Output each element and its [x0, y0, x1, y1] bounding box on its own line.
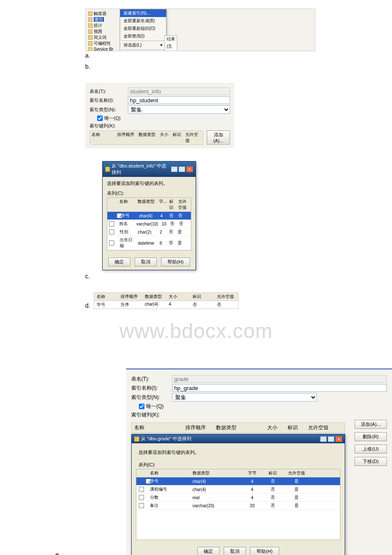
close-button[interactable]: ×: [186, 166, 193, 172]
add-button[interactable]: 添加(A)...: [207, 130, 230, 145]
cell: 4: [242, 486, 262, 493]
table-row[interactable]: 学号char(4)4否否: [107, 212, 191, 220]
row-checkbox[interactable]: [109, 221, 114, 226]
row-checkbox[interactable]: [139, 487, 144, 492]
row-checkbox[interactable]: [109, 240, 114, 246]
folder-icon: [88, 29, 92, 34]
indexname-field[interactable]: [128, 96, 230, 104]
ok-button[interactable]: 确定: [197, 547, 219, 555]
add-button[interactable]: 添加(A)...: [355, 420, 387, 429]
table-row[interactable]: 学号char(4)4否是: [136, 477, 340, 486]
indextype-label: 索引类型(N):: [89, 107, 128, 113]
ok-button[interactable]: 确定: [108, 257, 130, 266]
keycols-label: 索引键列(K):: [89, 123, 128, 129]
menu-reorg-all[interactable]: 全部重新组织(O): [120, 25, 166, 32]
cell: 性别: [118, 228, 136, 236]
grid-header: 名称 数据类型 字... 标识 允许空值: [107, 198, 191, 212]
tablename-field: [172, 375, 387, 383]
row-checkbox[interactable]: [139, 495, 144, 500]
indextype-label: 索引类型(N):: [131, 394, 172, 401]
folder-icon: [88, 12, 92, 16]
keycols-label: 索引键列(K):: [131, 411, 172, 419]
tablename-field: [128, 87, 230, 95]
row-checkbox[interactable]: [109, 229, 114, 234]
menu-rebuild-all[interactable]: 全部重新生成(B): [120, 17, 166, 25]
cell: 否: [168, 220, 177, 228]
keycols-header: 名称 排序顺序 数据类型 大小 标识 允许空值: [89, 130, 203, 145]
cell: 8: [158, 240, 167, 246]
indextype-select[interactable]: 聚集: [128, 105, 230, 114]
folder-icon: [88, 41, 92, 46]
cell: 20: [242, 503, 262, 509]
indexname-label: 索引名称(I):: [131, 384, 172, 392]
cell: varchar(10): [135, 221, 160, 227]
max-button[interactable]: □: [328, 436, 334, 442]
cell: 是: [283, 486, 310, 493]
table-row[interactable]: 姓名varchar(10)10否否: [107, 220, 191, 228]
indexname-field[interactable]: [172, 384, 387, 392]
dialog-instruction: 选择要添加到索引键的表列。: [138, 449, 340, 456]
table-row[interactable]: 课程编号char(4)4否是: [136, 486, 340, 494]
dialog-title: 从 "dbo.grade" 中选择列: [141, 436, 191, 442]
dialog-titlebar[interactable]: 从 "dbo.student_info" 中选择列 – □ ×: [103, 162, 196, 177]
cell: 出生日期: [118, 236, 136, 250]
cell: 分数: [148, 494, 191, 501]
table-row[interactable]: 出生日期datetime8否是: [107, 236, 191, 250]
dialog-icon: [105, 167, 110, 172]
caption-d: d.: [85, 302, 94, 309]
dialog-icon: [134, 436, 139, 442]
keycols-row[interactable]: 学号 升序 char(4) 4 否 否: [94, 301, 239, 309]
index-form-b: 表名(T): 索引名称(I): 索引类型(N): 聚集 唯一(Q) 索引键列(K…: [85, 83, 234, 148]
menu-filter[interactable]: 筛选器(L)▸: [120, 41, 166, 49]
move-down-button[interactable]: 下移(D): [355, 457, 387, 466]
cell: 姓名: [118, 220, 135, 228]
move-up-button[interactable]: 上移(U): [355, 445, 387, 454]
cell: char(4): [191, 486, 242, 493]
unique-checkbox[interactable]: [97, 116, 103, 121]
table-row[interactable]: 性别char(2)2否是: [107, 228, 191, 236]
indexname-label: 索引名称(I):: [89, 97, 128, 104]
menu-new-index[interactable]: 新建索引(N)...: [120, 9, 166, 17]
columns-grid: 名称 数据类型 字节 标识 允许空值 学号char(4)4否是课程编号char(…: [136, 469, 340, 540]
dialog-title: 从 "dbo.student_info" 中选择列: [112, 163, 169, 176]
caption-e: e.: [55, 551, 61, 555]
max-button[interactable]: □: [179, 166, 185, 172]
cell: 是: [283, 477, 310, 485]
caption-b: b.: [85, 63, 392, 70]
unique-checkbox[interactable]: [139, 404, 144, 409]
indextype-select[interactable]: 聚集: [172, 393, 317, 402]
caption-c: c.: [85, 273, 196, 280]
row-checkbox[interactable]: [117, 213, 122, 218]
tablename-label: 表名(T):: [131, 376, 172, 383]
help-button[interactable]: 帮助(H): [250, 547, 279, 555]
cell: char(2): [136, 229, 158, 235]
cell: 备注: [148, 502, 191, 509]
min-button[interactable]: –: [171, 166, 178, 172]
cell: char(4): [191, 478, 242, 485]
cell: 否: [262, 494, 283, 501]
help-button[interactable]: 帮助(H): [161, 257, 190, 266]
cancel-button[interactable]: 取消: [224, 547, 246, 555]
select-columns-dialog-e: 从 "dbo.grade" 中选择列 – □ × 选择要添加到索引键的表列。 表…: [131, 434, 345, 555]
cell: 是: [283, 494, 310, 501]
table-row[interactable]: 备注varchar(20)20否是: [136, 502, 340, 510]
table-row[interactable]: 分数real4否是: [136, 494, 340, 502]
unique-label: 唯一(Q): [104, 115, 121, 121]
cell: 否: [167, 239, 176, 247]
menu-disable-all[interactable]: 全部禁用(I): [120, 32, 166, 40]
dialog-titlebar[interactable]: 从 "dbo.grade" 中选择列 – □ ×: [132, 434, 345, 443]
cell: varchar(20): [191, 503, 242, 509]
row-checkbox[interactable]: [146, 479, 151, 484]
close-button[interactable]: ×: [335, 436, 342, 442]
cell: datetime: [136, 240, 158, 246]
folder-icon: [88, 47, 92, 51]
min-button[interactable]: –: [320, 436, 327, 442]
cell: 否: [262, 486, 283, 493]
cell: 是: [176, 228, 191, 236]
caption-a: a.: [85, 52, 392, 59]
delete-button[interactable]: 删除(R): [355, 432, 387, 441]
cancel-button[interactable]: 取消: [135, 257, 157, 266]
cell: real: [191, 494, 242, 501]
cell: 4: [159, 213, 167, 219]
row-checkbox[interactable]: [139, 503, 144, 508]
